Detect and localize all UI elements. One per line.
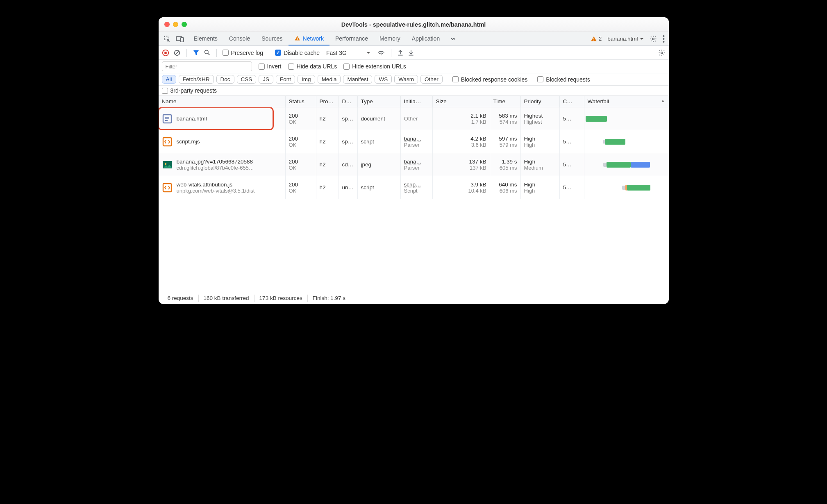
tab-network[interactable]: Network — [289, 32, 329, 45]
initiator-link[interactable]: bana… — [404, 136, 422, 142]
dropdown-icon — [366, 51, 370, 55]
table-row[interactable]: script.mjs200OKh2sp…scriptbana…Parser4.2… — [159, 130, 669, 153]
more-tabs-icon[interactable] — [445, 35, 461, 43]
blocked-cookies-checkbox[interactable]: Blocked response cookies — [452, 76, 528, 83]
svg-rect-6 — [593, 40, 594, 40]
status-cell: 200OK — [286, 107, 316, 130]
time-cell: 1.39 s605 ms — [490, 153, 521, 176]
table-header[interactable]: NameStatusPro…D…TypeInitia…SizeTimePrior… — [159, 96, 669, 107]
initiator-link[interactable]: bana… — [404, 159, 422, 165]
column-header[interactable]: Pro… — [316, 96, 339, 107]
domain-cell: sp… — [339, 107, 358, 130]
search-icon[interactable] — [204, 49, 211, 56]
tab-memory[interactable]: Memory — [374, 32, 406, 45]
type-pill-font[interactable]: Font — [276, 75, 295, 84]
svg-point-25 — [164, 163, 166, 164]
column-header[interactable]: Name — [159, 96, 286, 107]
panel-settings-gear-icon[interactable] — [658, 49, 666, 57]
tab-performance[interactable]: Performance — [329, 32, 374, 45]
network-conditions-icon[interactable] — [377, 49, 385, 57]
column-header[interactable]: D… — [339, 96, 358, 107]
status-cell: 200OK — [286, 176, 316, 199]
tab-elements[interactable]: Elements — [188, 32, 223, 45]
file-domain: cdn.glitch.global/87b4c0fe-655… — [177, 165, 282, 171]
column-header[interactable]: Priority — [521, 96, 560, 107]
import-har-icon[interactable] — [408, 49, 414, 57]
minimize-window-icon[interactable] — [173, 22, 178, 27]
svg-line-16 — [208, 53, 209, 55]
third-party-checkbox[interactable]: 3rd-party requests — [162, 87, 666, 94]
file-name: banana.jpg?v=1705668720588 — [177, 159, 282, 165]
blocked-cookies-label: Blocked response cookies — [461, 76, 528, 83]
invert-checkbox[interactable]: Invert — [259, 63, 282, 70]
kebab-menu-icon[interactable] — [663, 35, 665, 43]
window-controls — [159, 22, 187, 27]
type-pill-wasm[interactable]: Wasm — [394, 75, 418, 84]
tab-application[interactable]: Application — [406, 32, 446, 45]
column-header[interactable]: Time — [490, 96, 521, 107]
type-pill-js[interactable]: JS — [259, 75, 273, 84]
clear-button[interactable] — [173, 49, 181, 57]
hide-data-urls-checkbox[interactable]: Hide data URLs — [288, 63, 337, 70]
svg-rect-12 — [164, 52, 166, 54]
throttling-label: Fast 3G — [326, 50, 347, 56]
tab-sources[interactable]: Sources — [256, 32, 288, 45]
connection-cell: 5… — [560, 107, 584, 130]
initiator-cell: bana…Parser — [401, 130, 433, 153]
doc-file-icon — [162, 114, 173, 124]
type-pill-media[interactable]: Media — [318, 75, 341, 84]
size-cell: 3.9 kB10.4 kB — [433, 176, 490, 199]
image-file-icon — [162, 159, 173, 170]
blocked-requests-checkbox[interactable]: Blocked requests — [537, 76, 590, 83]
type-pill-ws[interactable]: WS — [375, 75, 392, 84]
waterfall-cell — [584, 107, 669, 130]
type-cell: jpeg — [358, 153, 401, 176]
inspect-element-icon[interactable] — [164, 35, 171, 43]
warnings-count[interactable]: 2 — [591, 36, 602, 42]
close-window-icon[interactable] — [164, 22, 170, 27]
zoom-window-icon[interactable] — [182, 22, 187, 27]
svg-line-14 — [175, 51, 179, 54]
initiator-cell: scrip…Script — [401, 176, 433, 199]
type-pill-css[interactable]: CSS — [237, 75, 257, 84]
target-selector[interactable]: banana.html — [607, 36, 643, 42]
table-row[interactable]: banana.jpg?v=1705668720588cdn.glitch.glo… — [159, 153, 669, 176]
disable-cache-label: Disable cache — [284, 50, 320, 56]
connection-cell: 5… — [560, 130, 584, 153]
size-cell: 2.1 kB1.7 kB — [433, 107, 490, 130]
type-pill-manifest[interactable]: Manifest — [343, 75, 372, 84]
column-header[interactable]: Size — [433, 96, 490, 107]
protocol-cell: h2 — [316, 107, 339, 130]
column-header[interactable]: Initia… — [401, 96, 433, 107]
column-header[interactable]: C… — [560, 96, 584, 107]
record-button[interactable] — [162, 49, 169, 57]
svg-point-10 — [663, 41, 664, 43]
preserve-log-checkbox[interactable]: Preserve log — [223, 50, 264, 56]
hide-extension-urls-checkbox[interactable]: Hide extension URLs — [343, 63, 406, 70]
tab-console[interactable]: Console — [223, 32, 256, 45]
protocol-cell: h2 — [316, 153, 339, 176]
type-pill-all[interactable]: All — [162, 75, 176, 84]
throttling-select[interactable]: Fast 3G — [324, 50, 373, 56]
file-name: web-vitals.attribution.js — [177, 182, 282, 188]
initiator-link[interactable]: scrip… — [404, 182, 421, 188]
type-pill-fetchxhr[interactable]: Fetch/XHR — [179, 75, 214, 84]
table-row[interactable]: web-vitals.attribution.jsunpkg.com/web-v… — [159, 176, 669, 199]
type-pill-img[interactable]: Img — [298, 75, 315, 84]
protocol-cell: h2 — [316, 130, 339, 153]
type-pill-other[interactable]: Other — [420, 75, 443, 84]
device-toolbar-icon[interactable] — [176, 36, 184, 42]
export-har-icon[interactable] — [397, 49, 404, 57]
waterfall-cell — [584, 130, 669, 153]
checkbox-icon — [223, 50, 229, 56]
filter-icon[interactable] — [193, 49, 200, 56]
settings-gear-icon[interactable] — [650, 35, 657, 43]
column-header[interactable]: Waterfall▲ — [584, 96, 669, 107]
table-row[interactable]: banana.html200OKh2sp…documentOther2.1 kB… — [159, 107, 669, 130]
disable-cache-checkbox[interactable]: Disable cache — [275, 50, 320, 56]
svg-point-8 — [663, 35, 664, 37]
type-pill-doc[interactable]: Doc — [216, 75, 234, 84]
column-header[interactable]: Status — [286, 96, 316, 107]
column-header[interactable]: Type — [358, 96, 401, 107]
filter-input[interactable] — [162, 61, 252, 71]
